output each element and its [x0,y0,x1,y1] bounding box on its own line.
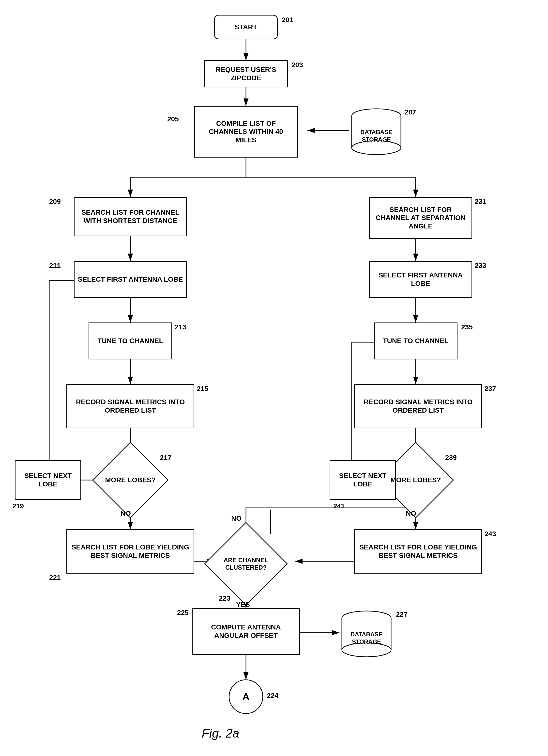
node-205-label: COMPILE LIST OF CHANNELS WITHIN 40 MILES [198,119,294,144]
node-219-label: SELECT NEXT LOBE [18,472,78,488]
svg-text:STORAGE: STORAGE [352,638,381,645]
ref-243: 243 [485,530,496,538]
node-221: SEARCH LIST FOR LOBE YIELDING BEST SIGNA… [66,529,194,574]
ref-203: 203 [291,61,303,69]
node-239: MORE LOBES? [389,453,443,507]
node-211-label: SELECT FIRST ANTENNA LOBE [78,275,183,284]
node-225: COMPUTE ANTENNA ANGULAR OFFSET [192,608,300,655]
node-224-label: A [243,691,250,702]
node-223: ARE CHANNEL CLUSTERED? [217,534,275,593]
node-211: SELECT FIRST ANTENNA LOBE [74,261,187,298]
ref-221: 221 [49,574,61,581]
node-225-label: COMPUTE ANTENNA ANGULAR OFFSET [195,623,297,640]
ref-213: 213 [175,323,186,331]
start-node: START [214,15,278,39]
node-223-label: ARE CHANNEL CLUSTERED? [217,556,275,571]
node-243: SEARCH LIST FOR LOBE YIELDING BEST SIGNA… [354,529,482,574]
node-213-label: TUNE TO CHANNEL [97,337,163,345]
node-239-label: MORE LOBES? [390,476,441,484]
no-label-223: NO [231,515,242,522]
ref-217: 217 [160,454,172,462]
node-235: TUNE TO CHANNEL [374,322,457,359]
ref-223: 223 [219,595,231,602]
node-215: RECORD SIGNAL METRICS INTO ORDERED LIST [66,384,194,428]
node-233: SELECT FIRST ANTENNA LOBE [369,261,472,298]
node-241-label: SELECT NEXT LOBE [333,472,393,488]
node-209-label: SEARCH LIST FOR CHANNEL WITH SHORTEST DI… [77,208,184,225]
node-235-label: TUNE TO CHANNEL [383,337,448,345]
ref-235: 235 [461,323,473,331]
node-231: SEARCH LIST FOR CHANNEL AT SEPARATION AN… [369,197,472,239]
svg-text:DATABASE: DATABASE [350,631,382,638]
svg-point-37 [352,141,401,155]
ref-215: 215 [197,385,208,393]
ref-219: 219 [12,502,24,510]
ref-225: 225 [177,609,189,617]
node-209: SEARCH LIST FOR CHANNEL WITH SHORTEST DI… [74,197,187,236]
ref-227: 227 [396,611,407,618]
ref-239: 239 [445,454,457,462]
ref-207: 207 [405,108,416,116]
node-213: TUNE TO CHANNEL [89,322,172,359]
node-233-label: SELECT FIRST ANTENNA LOBE [372,271,469,288]
node-237: RECORD SIGNAL METRICS INTO ORDERED LIST [354,384,482,428]
node-205: COMPILE LIST OF CHANNELS WITHIN 40 MILES [194,106,297,158]
node-237-label: RECORD SIGNAL METRICS INTO ORDERED LIST [357,398,479,414]
node-241: SELECT NEXT LOBE [329,460,396,500]
flowchart-container: START 201 REQUEST USER'S ZIPCODE 203 COM… [0,0,548,756]
node-203: REQUEST USER'S ZIPCODE [204,60,288,87]
node-219: SELECT NEXT LOBE [15,460,81,500]
svg-text:DATABASE: DATABASE [360,129,392,135]
node-215-label: RECORD SIGNAL METRICS INTO ORDERED LIST [70,398,191,414]
ref-237: 237 [485,385,496,393]
node-203-label: REQUEST USER'S ZIPCODE [207,65,284,82]
ref-224: 224 [267,692,278,700]
node-231-label: SEARCH LIST FOR CHANNEL AT SEPARATION AN… [372,206,469,230]
cylinder-227: DATABASE STORAGE [339,611,393,657]
no-label-239: NO [406,510,416,517]
node-224: A [229,679,263,714]
ref-201: 201 [281,16,293,24]
cylinder-207: DATABASE STORAGE [349,108,403,155]
ref-241: 241 [333,502,345,510]
figure-caption: Fig. 2a [202,726,239,740]
ref-211: 211 [49,262,61,270]
node-217: MORE LOBES? [103,453,158,507]
no-label-217: NO [121,510,131,517]
node-217-label: MORE LOBES? [105,476,156,484]
ref-231: 231 [475,198,486,206]
start-label: START [235,23,257,31]
node-221-label: SEARCH LIST FOR LOBE YIELDING BEST SIGNA… [70,543,191,560]
ref-209: 209 [49,198,61,206]
ref-233: 233 [475,262,486,270]
node-243-label: SEARCH LIST FOR LOBE YIELDING BEST SIGNA… [357,543,479,560]
svg-point-44 [342,643,391,657]
svg-text:STORAGE: STORAGE [362,136,391,143]
yes-label-223: YES [236,601,250,609]
ref-205: 205 [167,115,179,123]
